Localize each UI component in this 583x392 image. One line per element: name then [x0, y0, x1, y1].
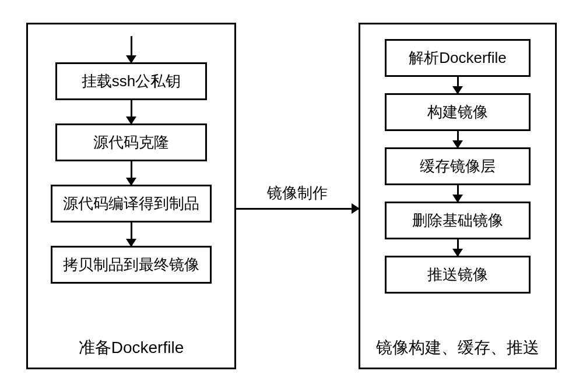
arrow-icon — [457, 185, 459, 202]
arrow-icon — [457, 239, 459, 256]
arrow-icon — [131, 223, 132, 246]
step-compile-artifacts: 源代码编译得到制品 — [51, 185, 212, 223]
step-delete-base-image: 删除基础镜像 — [385, 202, 531, 239]
diagram-container: 挂载ssh公私钥 源代码克隆 源代码编译得到制品 拷贝制品到最终镜像 准备Doc… — [0, 0, 583, 392]
arrow-icon — [131, 161, 132, 185]
panel-build-cache-push: 解析Dockerfile 构建镜像 缓存镜像层 删除基础镜像 推送镜像 镜像构建… — [359, 23, 557, 369]
arrow-icon — [131, 36, 132, 62]
step-push-image: 推送镜像 — [385, 256, 531, 294]
connector-label: 镜像制作 — [267, 183, 328, 203]
right-flow: 解析Dockerfile 构建镜像 缓存镜像层 删除基础镜像 推送镜像 — [385, 36, 531, 328]
arrow-icon — [457, 77, 459, 93]
arrow-right-icon — [236, 208, 359, 210]
step-build-image: 构建镜像 — [385, 93, 531, 131]
panel-prepare-dockerfile: 挂载ssh公私钥 源代码克隆 源代码编译得到制品 拷贝制品到最终镜像 准备Doc… — [26, 23, 236, 369]
connector: 镜像制作 — [236, 183, 359, 210]
step-clone-source: 源代码克隆 — [55, 123, 207, 161]
arrow-icon — [457, 131, 459, 147]
right-panel-label: 镜像构建、缓存、推送 — [376, 328, 539, 359]
left-panel-label: 准备Dockerfile — [79, 328, 184, 359]
left-flow: 挂载ssh公私钥 源代码克隆 源代码编译得到制品 拷贝制品到最终镜像 — [51, 36, 212, 328]
step-mount-ssh-keys: 挂载ssh公私钥 — [55, 62, 207, 100]
arrow-icon — [131, 100, 132, 123]
step-copy-to-image: 拷贝制品到最终镜像 — [51, 246, 212, 284]
step-parse-dockerfile: 解析Dockerfile — [385, 39, 531, 77]
step-cache-layers: 缓存镜像层 — [385, 147, 531, 185]
